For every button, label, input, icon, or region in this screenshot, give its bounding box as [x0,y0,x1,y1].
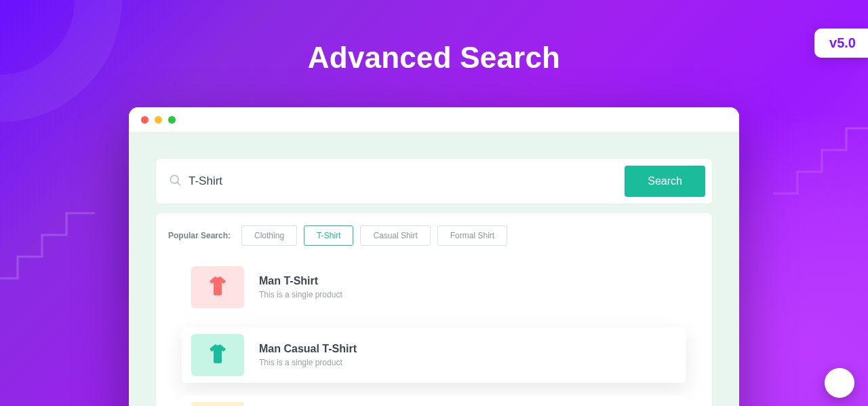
product-list: Man T-ShirtThis is a single productMan C… [168,259,700,406]
popular-search-row: Popular Search: ClothingT-ShirtCasual Sh… [168,225,700,246]
product-subtitle: This is a single product [259,358,357,367]
traffic-light-minimize[interactable] [155,116,162,124]
product-item[interactable]: Man Casual T-ShirtThis is a single produ… [182,327,686,383]
tshirt-icon [207,275,229,299]
svg-point-0 [170,175,178,183]
popular-search-label: Popular Search: [168,231,231,240]
page-title: Advanced Search [0,41,868,75]
product-thumb [191,334,244,376]
svg-line-1 [178,183,180,185]
product-title: Man Casual T-Shirt [259,343,357,355]
popular-tag-t-shirt[interactable]: T-Shirt [304,225,353,246]
tshirt-icon [207,343,229,367]
search-input[interactable] [189,174,625,188]
traffic-light-zoom[interactable] [168,116,176,124]
product-thumb [191,402,244,406]
results-panel: Popular Search: ClothingT-ShirtCasual Sh… [156,213,712,406]
popular-tag-clothing[interactable]: Clothing [241,225,297,246]
traffic-light-close[interactable] [141,116,149,124]
decor-steps-left [0,204,102,285]
app-window: Search Popular Search: ClothingT-ShirtCa… [129,107,739,406]
product-thumb [191,266,244,308]
fab-button[interactable] [825,368,854,398]
product-info: Man Casual T-ShirtThis is a single produ… [259,343,357,367]
search-bar: Search [156,159,712,204]
search-button[interactable]: Search [625,166,705,197]
product-item[interactable]: Casual t-shirtThis is a single product [182,395,686,406]
popular-tag-formal-shirt[interactable]: Formal Shirt [437,225,507,246]
version-badge: v5.0 [814,29,868,58]
search-icon [168,173,182,189]
product-info: Man T-ShirtThis is a single product [259,275,342,299]
product-title: Man T-Shirt [259,275,342,287]
stage: Advanced Search v5.0 Search Popular Sear… [0,0,868,406]
window-body: Search Popular Search: ClothingT-ShirtCa… [129,132,739,406]
product-item[interactable]: Man T-ShirtThis is a single product [182,259,686,315]
window-titlebar [129,107,739,132]
popular-tag-casual-shirt[interactable]: Casual Shirt [360,225,430,246]
product-subtitle: This is a single product [259,290,342,299]
